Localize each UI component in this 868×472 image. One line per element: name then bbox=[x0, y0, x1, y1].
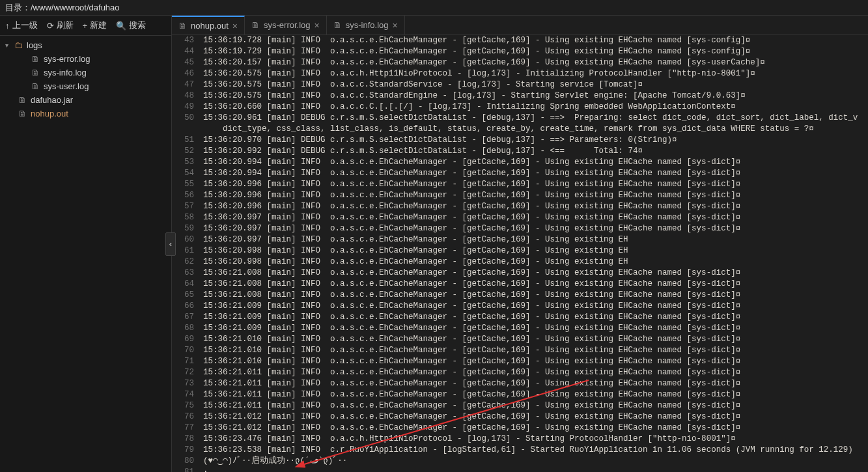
arrow-up-icon: ↑ bbox=[5, 21, 10, 31]
folder-icon: 🗀 bbox=[14, 40, 23, 50]
code-content[interactable]: 15:36:19.728 [main] INFO o.a.s.c.e.EhCac… bbox=[203, 35, 868, 472]
tree-item-sys-user[interactable]: 🗎 sys-user.log bbox=[0, 79, 171, 93]
file-label: sys-error.log bbox=[44, 54, 91, 64]
refresh-button[interactable]: ⟳ 刷新 bbox=[47, 20, 74, 31]
search-icon: 🔍 bbox=[116, 21, 126, 31]
sidebar: ↑ 上一级 ⟳ 刷新 + 新建 🔍 搜索 ▾ 🗀 logs bbox=[0, 16, 172, 472]
editor-body[interactable]: 4344454647484950 51525354555657585960616… bbox=[172, 35, 868, 472]
close-icon[interactable]: × bbox=[232, 21, 238, 31]
path-label: 目录：/www/wwwroot/dafuhao bbox=[5, 2, 120, 14]
file-label: nohup.out bbox=[31, 109, 68, 118]
line-gutter: 4344454647484950 51525354555657585960616… bbox=[172, 35, 203, 472]
file-tree: ▾ 🗀 logs 🗎 sys-error.log 🗎 sys-info.log … bbox=[0, 36, 171, 472]
tree-item-dafuhao-jar[interactable]: 🗎 dafuhao.jar bbox=[0, 93, 171, 107]
new-label: 新建 bbox=[90, 20, 107, 31]
tree-item-sys-info[interactable]: 🗎 sys-info.log bbox=[0, 66, 171, 79]
file-icon: 🗎 bbox=[31, 68, 40, 77]
tab-label: sys-info.log bbox=[346, 20, 389, 30]
file-icon: 🗎 bbox=[251, 20, 260, 30]
tree-folder-logs[interactable]: ▾ 🗀 logs bbox=[0, 38, 171, 52]
chevron-left-icon: ‹ bbox=[169, 239, 172, 249]
file-icon: 🗎 bbox=[31, 81, 40, 91]
file-label: sys-info.log bbox=[44, 68, 87, 77]
file-label: dafuhao.jar bbox=[31, 95, 73, 105]
tabs-bar: 🗎 nohup.out × 🗎 sys-error.log × 🗎 sys-in… bbox=[172, 16, 868, 35]
new-button[interactable]: + 新建 bbox=[83, 20, 107, 31]
path-header: 目录：/www/wwwroot/dafuhao bbox=[0, 0, 868, 16]
toolbar: ↑ 上一级 ⟳ 刷新 + 新建 🔍 搜索 bbox=[0, 16, 171, 36]
file-icon: 🗎 bbox=[18, 95, 27, 105]
refresh-icon: ⟳ bbox=[47, 21, 54, 31]
file-label: sys-user.log bbox=[44, 81, 89, 91]
sidebar-collapse-handle[interactable]: ‹ bbox=[165, 232, 176, 256]
chevron-down-icon: ▾ bbox=[5, 42, 12, 49]
tab-nohup-out[interactable]: 🗎 nohup.out × bbox=[172, 16, 245, 35]
refresh-label: 刷新 bbox=[57, 20, 74, 31]
tab-sys-error[interactable]: 🗎 sys-error.log × bbox=[245, 16, 327, 35]
tree-item-nohup-out[interactable]: 🗎 nohup.out bbox=[0, 107, 171, 120]
tab-label: sys-error.log bbox=[264, 20, 311, 30]
plus-icon: + bbox=[83, 21, 88, 31]
search-button[interactable]: 🔍 搜索 bbox=[116, 20, 146, 31]
tree-item-sys-error[interactable]: 🗎 sys-error.log bbox=[0, 52, 171, 66]
search-label: 搜索 bbox=[129, 20, 146, 31]
close-icon[interactable]: × bbox=[315, 20, 320, 31]
folder-label: logs bbox=[27, 40, 42, 50]
editor-area: ‹ 🗎 nohup.out × 🗎 sys-error.log × 🗎 sys-… bbox=[172, 16, 868, 472]
file-icon: 🗎 bbox=[333, 20, 342, 30]
up-label: 上一级 bbox=[12, 20, 38, 31]
tab-sys-info[interactable]: 🗎 sys-info.log × bbox=[327, 16, 405, 35]
file-icon: 🗎 bbox=[178, 21, 187, 31]
tab-label: nohup.out bbox=[191, 21, 229, 31]
file-icon: 🗎 bbox=[18, 109, 27, 118]
up-button[interactable]: ↑ 上一级 bbox=[5, 20, 38, 31]
close-icon[interactable]: × bbox=[393, 20, 398, 31]
file-icon: 🗎 bbox=[31, 54, 40, 64]
